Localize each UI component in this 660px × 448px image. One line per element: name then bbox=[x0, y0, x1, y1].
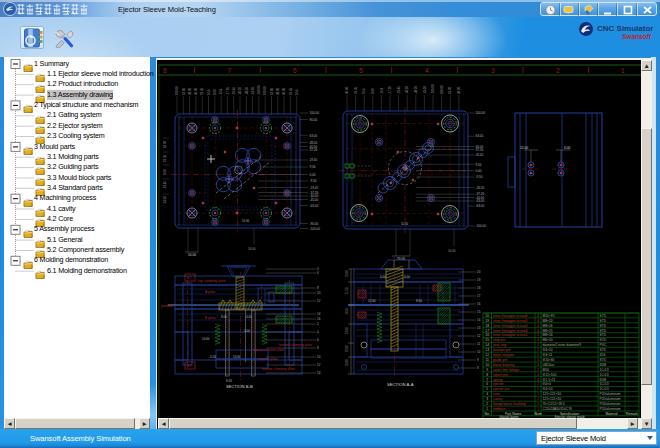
svg-text:19.45: 19.45 bbox=[200, 88, 204, 95]
svg-text:48.00: 48.00 bbox=[188, 88, 192, 95]
svg-text:4: 4 bbox=[537, 363, 539, 367]
svg-text:15: 15 bbox=[485, 338, 489, 342]
svg-text:-100.00: -100.00 bbox=[310, 227, 321, 231]
svg-text:3: 3 bbox=[491, 67, 495, 74]
svg-text:STD: STD bbox=[600, 329, 607, 333]
svg-text:Φ10×66: Φ10×66 bbox=[543, 358, 555, 362]
svg-text:inner-hexagon screw3: inner-hexagon screw3 bbox=[493, 329, 527, 333]
svg-text:9: 9 bbox=[486, 368, 488, 372]
svg-text:16: 16 bbox=[317, 317, 321, 321]
svg-text:26.50: 26.50 bbox=[476, 153, 484, 157]
svg-text:9.50: 9.50 bbox=[476, 163, 482, 167]
svg-text:19: 19 bbox=[477, 278, 481, 282]
svg-text:9.56: 9.56 bbox=[362, 88, 366, 94]
svg-text:STD: STD bbox=[600, 324, 607, 328]
svg-text:6.00: 6.00 bbox=[226, 379, 232, 383]
svg-text:diameter2 inner diameter9: diameter2 inner diameter9 bbox=[543, 343, 582, 347]
svg-text:2: 2 bbox=[556, 67, 560, 74]
svg-text:20: 20 bbox=[477, 270, 481, 274]
svg-text:19.45: 19.45 bbox=[163, 155, 167, 162]
svg-text:48.00: 48.00 bbox=[276, 88, 280, 95]
svg-text:6.00: 6.00 bbox=[380, 275, 386, 279]
svg-text:emboss: emboss bbox=[493, 407, 506, 411]
svg-text:4: 4 bbox=[486, 392, 488, 396]
svg-text:product: product bbox=[161, 304, 172, 308]
svg-text:4: 4 bbox=[537, 373, 539, 377]
svg-text:top clamping plate: top clamping plate bbox=[198, 279, 226, 283]
svg-text:bottom clamping plate: bottom clamping plate bbox=[279, 343, 312, 347]
svg-text:2: 2 bbox=[537, 368, 539, 372]
svg-text:18: 18 bbox=[485, 324, 489, 328]
svg-text:bottom clamping plate: bottom clamping plate bbox=[262, 367, 295, 371]
svg-text:spring: spring bbox=[493, 378, 503, 382]
svg-text:63.00: 63.00 bbox=[476, 134, 484, 138]
svg-text:40.00: 40.00 bbox=[345, 87, 349, 94]
svg-text:14: 14 bbox=[317, 312, 321, 316]
svg-text:11: 11 bbox=[485, 358, 489, 362]
svg-text:guide pin: guide pin bbox=[493, 358, 507, 362]
svg-text:12.00: 12.00 bbox=[520, 146, 528, 150]
svg-text:-9.56: -9.56 bbox=[219, 88, 223, 95]
svg-text:C21024A50X50C76: C21024A50X50C76 bbox=[543, 407, 572, 411]
svg-text:57.00: 57.00 bbox=[345, 327, 349, 334]
svg-text:16.00: 16.00 bbox=[248, 247, 256, 251]
svg-text:-48.00: -48.00 bbox=[414, 86, 418, 94]
svg-text:65M: 65M bbox=[600, 363, 607, 367]
svg-text:16.00: 16.00 bbox=[448, 249, 456, 253]
svg-text:12: 12 bbox=[477, 334, 481, 338]
svg-text:LM10uu: LM10uu bbox=[543, 363, 555, 367]
svg-text:-9.56: -9.56 bbox=[380, 87, 384, 94]
svg-text:0.00: 0.00 bbox=[371, 88, 375, 94]
svg-text:2: 2 bbox=[537, 382, 539, 386]
svg-text:-63.00: -63.00 bbox=[251, 87, 255, 95]
svg-text:No.: No. bbox=[485, 412, 490, 416]
svg-text:16: 16 bbox=[485, 333, 489, 337]
svg-text:STD: STD bbox=[600, 319, 607, 323]
svg-text:19.45: 19.45 bbox=[354, 87, 358, 94]
svg-text:5: 5 bbox=[486, 387, 488, 391]
svg-text:12: 12 bbox=[317, 363, 321, 367]
svg-text:8.00: 8.00 bbox=[416, 299, 422, 303]
svg-text:10: 10 bbox=[485, 363, 489, 367]
svg-text:M10: M10 bbox=[543, 368, 550, 372]
svg-text:stop pin: stop pin bbox=[493, 338, 505, 342]
svg-text:M10×95: M10×95 bbox=[543, 314, 555, 318]
svg-text:-19.45: -19.45 bbox=[232, 87, 236, 95]
svg-text:-40.00: -40.00 bbox=[238, 87, 242, 95]
svg-text:-63.00: -63.00 bbox=[163, 196, 167, 204]
svg-text:Φ4×10: Φ4×10 bbox=[543, 348, 553, 352]
svg-text:STD: STD bbox=[600, 358, 607, 362]
svg-text:STD: STD bbox=[600, 333, 607, 337]
svg-text:-9.56: -9.56 bbox=[310, 179, 317, 183]
svg-text:100.00: 100.00 bbox=[476, 111, 486, 115]
svg-text:8.00: 8.00 bbox=[221, 315, 227, 319]
svg-text:0.50: 0.50 bbox=[210, 355, 216, 359]
svg-text:2: 2 bbox=[537, 343, 539, 347]
svg-text:4: 4 bbox=[425, 67, 429, 74]
svg-text:90.00: 90.00 bbox=[310, 118, 318, 122]
svg-text:10: 10 bbox=[317, 291, 321, 295]
svg-text:P20/aluminum: P20/aluminum bbox=[600, 392, 621, 396]
svg-text:14: 14 bbox=[317, 371, 321, 375]
svg-text:Φ4×10: Φ4×10 bbox=[543, 387, 553, 391]
svg-text:100.00: 100.00 bbox=[175, 86, 179, 95]
svg-text:-19.45: -19.45 bbox=[310, 186, 319, 190]
svg-text:13: 13 bbox=[477, 326, 481, 330]
svg-text:-40.00: -40.00 bbox=[405, 86, 409, 94]
svg-text:63.00: 63.00 bbox=[270, 88, 274, 95]
svg-text:10.00: 10.00 bbox=[401, 222, 408, 226]
svg-text:10.50: 10.50 bbox=[345, 308, 349, 315]
svg-text:B-2: B-2 bbox=[187, 364, 192, 368]
svg-text:Remark: Remark bbox=[626, 412, 638, 416]
svg-text:125×125×30: 125×125×30 bbox=[543, 397, 562, 401]
svg-text:-63.00: -63.00 bbox=[423, 86, 427, 94]
svg-text:1Cr13: 1Cr13 bbox=[600, 373, 609, 377]
svg-text:100.00: 100.00 bbox=[310, 111, 320, 115]
svg-text:-100.00: -100.00 bbox=[431, 84, 435, 94]
svg-text:75.00: 75.00 bbox=[345, 345, 349, 352]
svg-text:31.50: 31.50 bbox=[345, 287, 349, 294]
svg-text:P20/aluminum: P20/aluminum bbox=[600, 402, 621, 406]
svg-text:63.00: 63.00 bbox=[163, 141, 167, 148]
svg-text:63.00: 63.00 bbox=[448, 87, 452, 94]
svg-text:4: 4 bbox=[537, 329, 539, 333]
